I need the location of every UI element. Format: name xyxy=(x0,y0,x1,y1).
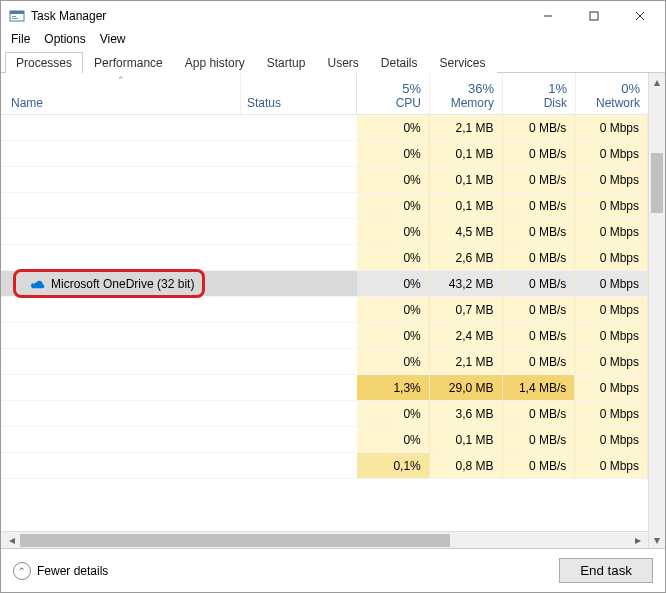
process-icon xyxy=(29,406,45,422)
menu-view[interactable]: View xyxy=(100,32,126,46)
scroll-up-icon[interactable]: ▴ xyxy=(649,73,665,90)
cell-mem: 2,1 MB xyxy=(430,349,503,374)
svg-rect-2 xyxy=(12,16,16,17)
cell-mem: 2,4 MB xyxy=(430,323,503,348)
footer-bar: ⌃ Fewer details End task xyxy=(1,548,665,592)
cell-net: 0 Mbps xyxy=(575,375,648,400)
process-icon xyxy=(29,172,45,188)
tab-users[interactable]: Users xyxy=(316,52,369,73)
table-row[interactable]: 0%2,1 MB0 MB/s0 Mbps xyxy=(1,349,648,375)
process-name-cell xyxy=(1,328,241,344)
tab-services[interactable]: Services xyxy=(429,52,497,73)
process-name-cell xyxy=(1,146,241,162)
process-icon xyxy=(29,380,45,396)
tab-details[interactable]: Details xyxy=(370,52,429,73)
process-name-cell xyxy=(1,224,241,240)
cell-net: 0 Mbps xyxy=(575,453,648,478)
scroll-down-icon[interactable]: ▾ xyxy=(649,531,665,548)
table-row[interactable]: Microsoft OneDrive (32 bit)0%43,2 MB0 MB… xyxy=(1,271,648,297)
table-row[interactable]: 0%0,1 MB0 MB/s0 Mbps xyxy=(1,167,648,193)
cell-mem: 2,6 MB xyxy=(430,245,503,270)
column-header-status[interactable]: Status xyxy=(241,73,357,114)
cell-net: 0 Mbps xyxy=(575,219,648,244)
vertical-scrollbar[interactable]: ▴ ▾ xyxy=(648,73,665,548)
table-row[interactable]: 0,1%0,8 MB0 MB/s0 Mbps xyxy=(1,453,648,479)
cell-disk: 0 MB/s xyxy=(503,297,576,322)
table-row[interactable]: 0%3,6 MB0 MB/s0 Mbps xyxy=(1,401,648,427)
menu-file[interactable]: File xyxy=(11,32,30,46)
cell-disk: 0 MB/s xyxy=(503,141,576,166)
table-row[interactable]: 0%0,1 MB0 MB/s0 Mbps xyxy=(1,193,648,219)
cell-cpu: 0% xyxy=(357,271,430,296)
chevron-up-icon: ⌃ xyxy=(13,562,31,580)
horizontal-scroll-thumb[interactable] xyxy=(20,534,450,547)
cell-disk: 0 MB/s xyxy=(503,245,576,270)
horizontal-scrollbar[interactable]: ◂ ▸ xyxy=(1,531,648,548)
process-table: ⌃ Name Status 5% CPU 36% Memory 1% Disk … xyxy=(1,73,665,548)
process-icon xyxy=(29,328,45,344)
cell-net: 0 Mbps xyxy=(575,401,648,426)
tab-strip: Processes Performance App history Startu… xyxy=(1,51,665,73)
process-name-cell xyxy=(1,458,241,474)
window-close-button[interactable] xyxy=(617,1,663,31)
process-name-cell xyxy=(1,120,241,136)
cell-mem: 2,1 MB xyxy=(430,115,503,140)
end-task-button[interactable]: End task xyxy=(559,558,653,583)
cell-mem: 0,7 MB xyxy=(430,297,503,322)
cell-cpu: 0% xyxy=(357,115,430,140)
process-icon xyxy=(29,354,45,370)
cell-mem: 3,6 MB xyxy=(430,401,503,426)
cell-cpu: 0% xyxy=(357,401,430,426)
column-header-disk[interactable]: 1% Disk xyxy=(503,73,576,114)
table-row[interactable]: 1,3%29,0 MB1,4 MB/s0 Mbps xyxy=(1,375,648,401)
menu-options[interactable]: Options xyxy=(44,32,85,46)
window-titlebar: Task Manager xyxy=(1,1,665,31)
process-name-cell: Microsoft OneDrive (32 bit) xyxy=(1,276,241,292)
scroll-left-icon[interactable]: ◂ xyxy=(3,533,20,547)
cell-cpu: 0% xyxy=(357,219,430,244)
cell-disk: 0 MB/s xyxy=(503,427,576,452)
tab-startup[interactable]: Startup xyxy=(256,52,317,73)
fewer-details-button[interactable]: ⌃ Fewer details xyxy=(13,562,108,580)
cell-net: 0 Mbps xyxy=(575,141,648,166)
cell-disk: 0 MB/s xyxy=(503,219,576,244)
tab-processes[interactable]: Processes xyxy=(5,52,83,73)
table-row[interactable]: 0%0,1 MB0 MB/s0 Mbps xyxy=(1,141,648,167)
cell-disk: 1,4 MB/s xyxy=(503,375,576,400)
cell-mem: 0,1 MB xyxy=(430,141,503,166)
onedrive-icon xyxy=(29,276,45,292)
cell-disk: 0 MB/s xyxy=(503,271,576,296)
process-name-cell xyxy=(1,198,241,214)
tab-app-history[interactable]: App history xyxy=(174,52,256,73)
process-name-cell xyxy=(1,354,241,370)
process-name-label: Microsoft OneDrive (32 bit) xyxy=(51,277,194,291)
scroll-right-icon[interactable]: ▸ xyxy=(629,533,646,547)
window-maximize-button[interactable] xyxy=(571,1,617,31)
column-header-name[interactable]: ⌃ Name xyxy=(1,73,241,114)
table-row[interactable]: 0%2,4 MB0 MB/s0 Mbps xyxy=(1,323,648,349)
sort-caret-icon: ⌃ xyxy=(117,75,125,85)
process-name-cell xyxy=(1,302,241,318)
cell-net: 0 Mbps xyxy=(575,115,648,140)
process-name-cell xyxy=(1,250,241,266)
table-row[interactable]: 0%4,5 MB0 MB/s0 Mbps xyxy=(1,219,648,245)
column-header-network[interactable]: 0% Network xyxy=(576,73,648,114)
table-row[interactable]: 0%0,7 MB0 MB/s0 Mbps xyxy=(1,297,648,323)
cell-net: 0 Mbps xyxy=(575,193,648,218)
column-header-memory[interactable]: 36% Memory xyxy=(430,73,503,114)
process-icon xyxy=(29,432,45,448)
cell-cpu: 0,1% xyxy=(357,453,430,478)
svg-rect-1 xyxy=(10,11,24,14)
cell-disk: 0 MB/s xyxy=(503,323,576,348)
vertical-scroll-thumb[interactable] xyxy=(651,153,663,213)
column-header-cpu[interactable]: 5% CPU xyxy=(357,73,430,114)
table-row[interactable]: 0%2,1 MB0 MB/s0 Mbps xyxy=(1,115,648,141)
cell-net: 0 Mbps xyxy=(575,349,648,374)
cell-net: 0 Mbps xyxy=(575,297,648,322)
table-row[interactable]: 0%2,6 MB0 MB/s0 Mbps xyxy=(1,245,648,271)
cell-disk: 0 MB/s xyxy=(503,193,576,218)
window-minimize-button[interactable] xyxy=(525,1,571,31)
table-row[interactable]: 0%0,1 MB0 MB/s0 Mbps xyxy=(1,427,648,453)
tab-performance[interactable]: Performance xyxy=(83,52,174,73)
process-icon xyxy=(29,302,45,318)
